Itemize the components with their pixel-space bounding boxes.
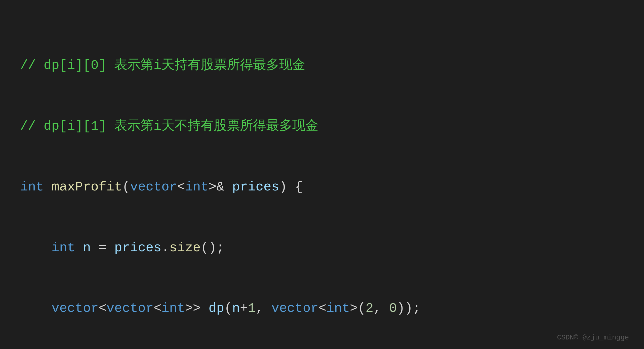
comment2-text: // dp[i][1] 表示第i天不持有股票所得最多现金 [20, 119, 318, 134]
code-block: // dp[i][0] 表示第i天持有股票所得最多现金 // dp[i][1] … [20, 15, 624, 349]
watermark: CSDN© @zju_mingge [557, 334, 629, 341]
line-func-signature: int maxProfit(vector<int>& prices) { [20, 177, 624, 197]
return-type: int [20, 180, 44, 194]
code-container: // dp[i][0] 表示第i天持有股票所得最多现金 // dp[i][1] … [0, 0, 644, 349]
comment1-text: // dp[i][0] 表示第i天持有股票所得最多现金 [20, 58, 305, 73]
func-name: maxProfit [52, 180, 122, 194]
line-n-decl: int n = prices.size(); [20, 238, 624, 258]
line-dp-decl: vector<vector<int>> dp(n+1, vector<int>(… [20, 298, 624, 319]
line-comment2: // dp[i][1] 表示第i天不持有股票所得最多现金 [20, 116, 624, 137]
line-comment1: // dp[i][0] 表示第i天持有股票所得最多现金 [20, 56, 624, 76]
